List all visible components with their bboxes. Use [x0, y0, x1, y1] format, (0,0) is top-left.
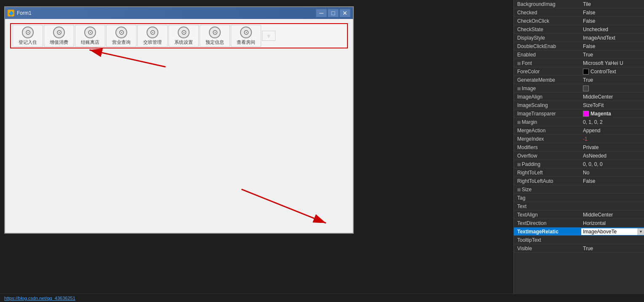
prop-name: ImageTransparer — [514, 111, 581, 117]
form-window: 🔷 Form1 ─ □ ✕ ⊙ 登记入住 ⊙ — [4, 6, 354, 234]
prop-row-doubleclickenab[interactable]: DoubleClickEnab False — [514, 42, 644, 51]
prop-row-overflow[interactable]: Overflow AsNeeded — [514, 152, 644, 160]
toolbar-label-7: 预定信息 — [206, 39, 224, 45]
prop-value: False — [581, 178, 644, 184]
prop-row-enabled[interactable]: Enabled True — [514, 51, 644, 59]
toolbar-label-2: 增值消费 — [50, 39, 68, 45]
prop-value: Private — [581, 144, 644, 150]
prop-row-generatemembe[interactable]: GenerateMembe True — [514, 76, 644, 84]
color-swatch-forecolor — [583, 69, 589, 75]
prop-row-visible[interactable]: Visible True — [514, 244, 644, 253]
prop-name: RightToLeft — [514, 170, 581, 176]
prop-name-padding: Padding — [514, 161, 581, 167]
prop-row-checkonclick[interactable]: CheckOnClick False — [514, 17, 644, 25]
prop-row-forecolor[interactable]: ForeColor ControlText — [514, 67, 644, 76]
toolbar-btn-6[interactable]: ⊙ 系统设置 — [168, 25, 199, 47]
prop-row-checkstate[interactable]: CheckState Unchecked — [514, 25, 644, 34]
prop-value: SizeToFit — [581, 102, 644, 108]
main-area: 🔷 Form1 ─ □ ✕ ⊙ 登记入住 ⊙ — [0, 0, 644, 294]
toolbar-label-4: 营业查询 — [112, 39, 131, 45]
toolbar-btn-2[interactable]: ⊙ 增值消费 — [44, 25, 74, 47]
color-swatch-magenta — [583, 111, 589, 117]
toolbar-label-5: 交班管理 — [143, 39, 162, 45]
prop-name: ImageScaling — [514, 102, 581, 108]
dropdown-arrow-icon[interactable]: ▾ — [637, 228, 644, 235]
prop-row-tag[interactable]: Tag — [514, 194, 644, 202]
toolbar-label-3: 结账离店 — [81, 39, 99, 45]
prop-value: No — [581, 170, 644, 176]
toolbar-btn-4[interactable]: ⊙ 营业查询 — [106, 25, 136, 47]
prop-row-mergeindex[interactable]: MergeIndex -1 — [514, 135, 644, 143]
svg-line-2 — [89, 50, 165, 67]
svg-line-3 — [241, 189, 326, 223]
status-bar: https://blog.csdn.net/qq_43636251 — [0, 294, 644, 302]
prop-value-imagetransparer: Magenta — [581, 111, 644, 117]
prop-row-tooltiptext[interactable]: TooltipText — [514, 236, 644, 244]
close-button[interactable]: ✕ — [339, 9, 350, 17]
toolbar-label-8: 查看房间 — [237, 39, 255, 45]
prop-name-image: Image — [514, 86, 581, 91]
prop-row-righttoleftauto[interactable]: RightToLeftAuto False — [514, 177, 644, 185]
prop-row-textdirection[interactable]: TextDirection Horizontal — [514, 219, 644, 227]
toolbar-label-1: 登记入住 — [19, 39, 37, 45]
restore-button[interactable]: □ — [328, 9, 339, 17]
prop-value: True — [581, 52, 644, 58]
prop-row-image[interactable]: Image — [514, 84, 644, 93]
prop-value: False — [581, 10, 644, 16]
prop-name: GenerateMembe — [514, 77, 581, 83]
btn-icon-1: ⊙ — [22, 27, 34, 38]
toolbar-btn-3[interactable]: ⊙ 结账离店 — [75, 25, 105, 47]
prop-row-righttoleft[interactable]: RightToLeft No — [514, 168, 644, 177]
prop-row-textimagerelatic[interactable]: TextImageRelatic ImageAboveTe ▾ — [514, 227, 644, 236]
prop-name: TextAlign — [514, 212, 581, 218]
prop-value: False — [581, 43, 644, 49]
prop-value-font: Microsoft YaHei U — [581, 60, 644, 66]
toolbar-btn-5[interactable]: ⊙ 交班管理 — [137, 25, 168, 47]
prop-value-mergeindex: -1 — [581, 136, 644, 142]
prop-value: ImageAndText — [581, 35, 644, 41]
prop-row-padding[interactable]: Padding 0, 0, 0, 0 — [514, 160, 644, 168]
prop-row-textalign[interactable]: TextAlign MiddleCenter — [514, 211, 644, 219]
prop-row-backgroundimag: BackgroundImag Tile — [514, 0, 644, 8]
prop-name: Tag — [514, 195, 581, 201]
prop-name: MergeAction — [514, 128, 581, 134]
prop-row-imagetransparer[interactable]: ImageTransparer Magenta — [514, 110, 644, 118]
prop-row-margin[interactable]: Margin 0, 1, 0, 2 — [514, 118, 644, 126]
toolbar-btn-8[interactable]: ⊙ 查看房间 — [231, 25, 261, 47]
prop-row-mergeaction[interactable]: MergeAction Append — [514, 126, 644, 135]
prop-value-image — [581, 86, 644, 91]
btn-icon-3: ⊙ — [84, 27, 96, 38]
toolbar-btn-1[interactable]: ⊙ 登记入住 — [13, 25, 43, 47]
prop-row-text[interactable]: Text — [514, 202, 644, 211]
dropdown-value: ImageAboveTe — [581, 228, 637, 235]
prop-row-displaystyle[interactable]: DisplayStyle ImageAndText — [514, 34, 644, 42]
prop-value: Append — [581, 128, 644, 134]
prop-name: ForeColor — [514, 69, 581, 75]
prop-name-size: Size — [514, 187, 581, 192]
prop-row-imagescaling[interactable]: ImageScaling SizeToFit — [514, 101, 644, 110]
prop-name-textimagerelatic: TextImageRelatic — [514, 229, 581, 235]
prop-value: Tile — [581, 1, 644, 7]
dropdown-container[interactable]: ImageAboveTe ▾ — [581, 228, 644, 235]
title-buttons: ─ □ ✕ — [316, 9, 350, 17]
prop-value: MiddleCenter — [581, 212, 644, 218]
prop-name: DoubleClickEnab — [514, 43, 581, 49]
toolbar-btn-7[interactable]: ⊙ 预定信息 — [200, 25, 230, 47]
prop-name: CheckState — [514, 27, 581, 32]
btn-icon-6: ⊙ — [178, 27, 190, 38]
prop-value-overflow: AsNeeded — [581, 153, 644, 159]
prop-name: TooltipText — [514, 237, 581, 243]
minimize-button[interactable]: ─ — [316, 9, 327, 17]
prop-name: MergeIndex — [514, 136, 581, 142]
prop-row-font[interactable]: Font Microsoft YaHei U — [514, 59, 644, 67]
toolbar-overflow[interactable]: ▾ — [262, 31, 275, 41]
prop-name-overflow: Overflow — [514, 153, 581, 159]
prop-row-checked[interactable]: Checked False — [514, 8, 644, 17]
prop-value: False — [581, 18, 644, 24]
status-url[interactable]: https://blog.csdn.net/qq_43636251 — [4, 296, 75, 301]
prop-name: Checked — [514, 10, 581, 16]
prop-row-imagealign[interactable]: ImageAlign MiddleCenter — [514, 93, 644, 101]
magenta-label: Magenta — [591, 111, 611, 117]
prop-row-size[interactable]: Size — [514, 185, 644, 194]
prop-row-modifiers[interactable]: Modifiers Private — [514, 143, 644, 152]
